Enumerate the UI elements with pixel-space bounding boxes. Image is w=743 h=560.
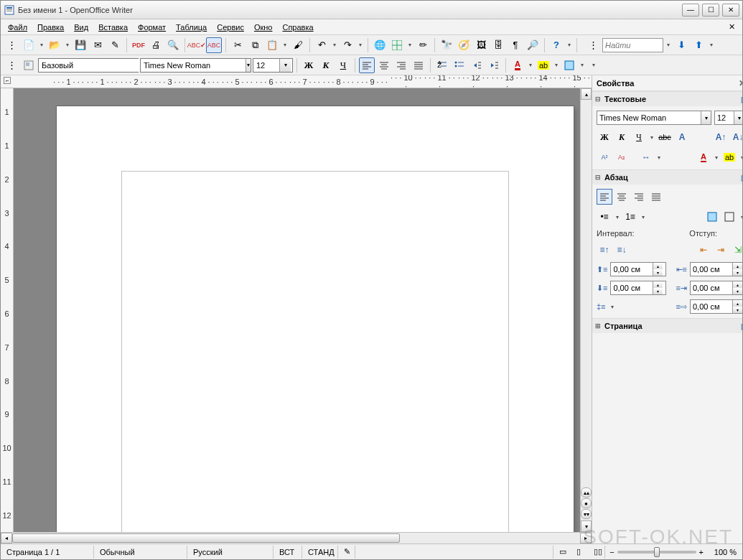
print-button[interactable]: 🖨 xyxy=(148,37,164,53)
status-sign[interactable]: ✎ xyxy=(338,546,355,559)
status-insert-mode[interactable]: ВСТ xyxy=(274,546,302,559)
nonprinting-chars-button[interactable]: ¶ xyxy=(508,37,523,53)
sb-incr-indent-button[interactable]: ⇥ xyxy=(713,242,729,258)
export-pdf-button[interactable]: PDF xyxy=(131,37,146,53)
sb-spacing-dropdown[interactable]: ▾ xyxy=(655,149,663,165)
sb-bgcolor-button[interactable] xyxy=(704,209,720,225)
sb-size-combo[interactable]: ▾ xyxy=(714,111,742,125)
sb-highlight-button[interactable]: ab xyxy=(721,149,737,165)
find-replace-button[interactable]: 🔭 xyxy=(439,37,454,53)
sb-numbering-button[interactable]: 1≡ xyxy=(622,209,638,225)
next-page-button[interactable]: ▾▾ xyxy=(581,509,592,519)
styles-button[interactable] xyxy=(21,57,37,73)
sb-size-input[interactable] xyxy=(715,111,734,124)
sb-font-arrow[interactable]: ▾ xyxy=(701,111,711,124)
spellcheck-button[interactable]: ABC✔ xyxy=(189,37,205,53)
menu-help[interactable]: Справка xyxy=(278,23,317,32)
nav-target-button[interactable]: ● xyxy=(581,498,592,508)
decrease-indent-button[interactable] xyxy=(469,57,485,73)
redo-dropdown[interactable]: ▾ xyxy=(357,42,364,48)
prev-page-button[interactable]: ▴▴ xyxy=(581,487,592,498)
sb-sub-button[interactable]: A₂ xyxy=(614,149,630,165)
find-history-dropdown[interactable]: ▾ xyxy=(665,42,672,48)
para-panel-collapse[interactable]: ⊟ xyxy=(595,174,602,181)
sb-hanging-indent-button[interactable]: ⇲ xyxy=(730,242,742,258)
underline-button[interactable]: Ч xyxy=(335,57,351,73)
undo-dropdown[interactable]: ▾ xyxy=(331,42,338,48)
format-paint-button[interactable]: 🖌 xyxy=(290,37,306,53)
menu-view[interactable]: Вид xyxy=(70,23,93,32)
sb-italic-button[interactable]: К xyxy=(614,129,630,145)
indent-right-input[interactable]: ▴▾ xyxy=(690,281,742,295)
status-multi-view[interactable]: ▯▯ xyxy=(588,546,605,559)
zoom-button[interactable]: 🔎 xyxy=(525,37,541,53)
font-size-input[interactable] xyxy=(253,59,279,72)
sb-grow-font-button[interactable]: A↑ xyxy=(713,129,729,145)
menu-table[interactable]: Таблица xyxy=(172,23,211,32)
copy-button[interactable]: ⧉ xyxy=(247,37,263,53)
sb-decr-indent-button[interactable]: ⇤ xyxy=(696,242,711,258)
menu-service[interactable]: Сервис xyxy=(212,23,248,32)
font-name-arrow[interactable]: ▾ xyxy=(246,59,251,72)
navigator-button[interactable]: 🧭 xyxy=(456,37,472,53)
line-spacing-button[interactable]: ‡≡ xyxy=(597,302,606,311)
scroll-left-button[interactable]: ◂ xyxy=(1,533,12,543)
new-doc-button[interactable]: 📄 xyxy=(21,37,37,53)
sb-font-input[interactable] xyxy=(597,111,701,124)
mail-button[interactable]: ✉ xyxy=(90,37,106,53)
vertical-ruler[interactable]: 1123456789101112 xyxy=(1,88,14,532)
status-lang[interactable]: Русский xyxy=(187,546,274,559)
status-page[interactable]: Страница 1 / 1 xyxy=(1,546,94,559)
sb-align-right-button[interactable] xyxy=(631,189,647,205)
sb-strike-button[interactable]: abc xyxy=(657,129,673,145)
toolbar-overflow[interactable]: ▾ xyxy=(566,42,573,48)
sb-underline-dropdown[interactable]: ▾ xyxy=(648,129,655,145)
hyperlink-button[interactable]: 🌐 xyxy=(372,37,388,53)
page-panel-more[interactable]: ▣ xyxy=(741,322,742,330)
zoom-in-button[interactable]: + xyxy=(699,548,704,556)
scroll-up-button[interactable]: ▴ xyxy=(581,88,592,100)
sb-bold-button[interactable]: Ж xyxy=(597,129,612,145)
text-panel-collapse[interactable]: ⊟ xyxy=(595,95,602,103)
maximize-button[interactable]: ☐ xyxy=(702,4,719,17)
font-size-arrow[interactable]: ▾ xyxy=(279,59,291,72)
align-center-button[interactable] xyxy=(376,57,392,73)
italic-button[interactable]: К xyxy=(318,57,334,73)
hscroll-thumb[interactable] xyxy=(12,533,400,543)
para-panel-more[interactable]: ▣ xyxy=(741,174,742,182)
align-left-button[interactable] xyxy=(359,57,375,73)
sb-font-combo[interactable]: ▾ xyxy=(597,111,711,125)
indent-firstline-input[interactable]: ▴▾ xyxy=(690,299,742,314)
horizontal-ruler[interactable]: ⌐ · · · 1 · · ·· · · 1 · · ·· · · 2 · · … xyxy=(1,75,592,88)
data-sources-button[interactable]: 🗄 xyxy=(490,37,506,53)
sb-decr-spacing-button[interactable]: ≡↓ xyxy=(614,242,630,258)
sb-numbering-dropdown[interactable]: ▾ xyxy=(640,209,647,225)
table-button[interactable] xyxy=(389,37,405,53)
gallery-button[interactable]: 🖼 xyxy=(473,37,489,53)
spacing-below-input[interactable]: ▴▾ xyxy=(610,281,666,295)
new-doc-dropdown[interactable]: ▾ xyxy=(38,42,45,48)
redo-button[interactable]: ↷ xyxy=(340,37,355,53)
sb-bullets-dropdown[interactable]: ▾ xyxy=(614,209,621,225)
find-grip-icon[interactable]: ⋮ xyxy=(585,37,601,53)
line-spacing-dropdown[interactable]: ▾ xyxy=(609,304,616,310)
sb-bullets-button[interactable]: •≡ xyxy=(597,209,612,225)
grip-icon[interactable]: ⋮ xyxy=(4,37,19,53)
find-input[interactable] xyxy=(602,38,663,52)
sb-align-center-button[interactable] xyxy=(614,189,630,205)
highlight-dropdown[interactable]: ▾ xyxy=(553,62,560,68)
auto-spellcheck-button[interactable]: ABC xyxy=(206,37,222,53)
sb-super-button[interactable]: A² xyxy=(597,149,612,165)
find-prev-button[interactable]: ⬆ xyxy=(691,37,706,53)
sb-font-color-button[interactable]: A xyxy=(696,149,711,165)
status-selection-mode[interactable]: СТАНД xyxy=(302,546,338,559)
sb-fontcolor-dropdown[interactable]: ▾ xyxy=(713,149,720,165)
doc-close-button[interactable]: ✕ xyxy=(724,22,739,32)
help-button[interactable]: ? xyxy=(548,37,564,53)
zoom-slider[interactable] xyxy=(617,551,696,554)
bg-color-dropdown[interactable]: ▾ xyxy=(579,62,586,68)
sb-border-dropdown[interactable]: ▾ xyxy=(739,209,742,225)
scroll-down-button[interactable]: ▾ xyxy=(581,521,592,532)
menu-edit[interactable]: Правка xyxy=(33,23,68,32)
scroll-right-button[interactable]: ▸ xyxy=(580,533,592,543)
